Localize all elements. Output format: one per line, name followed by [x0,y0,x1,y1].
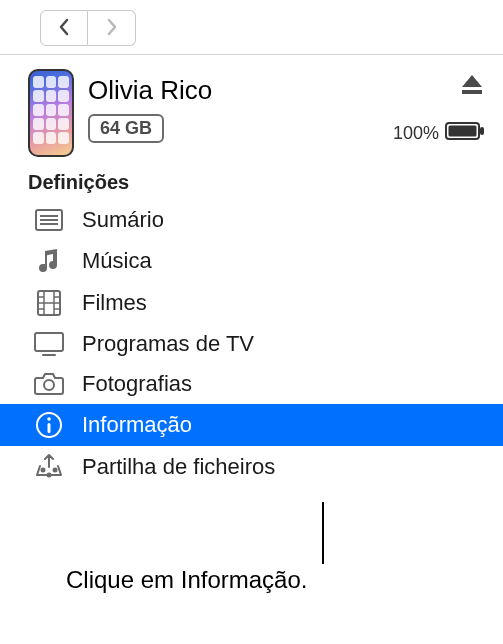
sidebar-item-info[interactable]: Informação [0,404,503,446]
sidebar-item-label: Partilha de ficheiros [82,454,275,480]
svg-point-22 [41,468,46,473]
svg-point-23 [53,468,58,473]
svg-point-24 [47,473,52,478]
svg-rect-16 [35,333,63,351]
sidebar-item-label: Programas de TV [82,331,254,357]
sidebar-item-tv[interactable]: Programas de TV [0,324,503,364]
sidebar-item-label: Filmes [82,290,147,316]
svg-rect-2 [449,126,477,137]
sidebar-item-movies[interactable]: Filmes [0,282,503,324]
sidebar-item-summary[interactable]: Sumário [0,200,503,240]
chevron-right-icon [105,17,119,40]
device-name: Olivia Rico [88,75,379,106]
svg-rect-21 [48,423,51,433]
forward-button[interactable] [88,10,136,46]
svg-point-18 [44,380,54,390]
device-right: 100% [393,69,485,145]
battery-percentage: 100% [393,123,439,144]
back-button[interactable] [40,10,88,46]
music-note-icon [32,247,66,275]
callout-text: Clique em Informação. [66,566,307,594]
storage-badge: 64 GB [88,114,164,143]
camera-icon [32,372,66,396]
eject-icon[interactable] [459,73,485,101]
sidebar-item-label: Fotografias [82,371,192,397]
sidebar-list: Sumário Música Filmes [0,200,503,488]
sidebar-item-photos[interactable]: Fotografias [0,364,503,404]
list-icon [32,208,66,232]
svg-rect-3 [480,127,484,135]
sidebar-item-filesharing[interactable]: Partilha de ficheiros [0,446,503,488]
sidebar-item-label: Sumário [82,207,164,233]
device-header: Olivia Rico 64 GB 100% [0,55,503,169]
battery-icon [445,121,485,145]
callout-line [322,502,324,564]
svg-rect-0 [462,90,482,94]
tv-icon [32,331,66,357]
chevron-left-icon [57,17,71,40]
film-icon [32,289,66,317]
sidebar-item-label: Música [82,248,152,274]
device-info: Olivia Rico 64 GB [88,69,379,143]
device-thumbnail[interactable] [28,69,74,157]
apps-icon [32,453,66,481]
battery-indicator: 100% [393,121,485,145]
sidebar-item-music[interactable]: Música [0,240,503,282]
toolbar [0,0,503,54]
section-title: Definições [0,169,503,200]
info-icon [32,411,66,439]
sidebar-item-label: Informação [82,412,192,438]
svg-point-20 [47,417,51,421]
